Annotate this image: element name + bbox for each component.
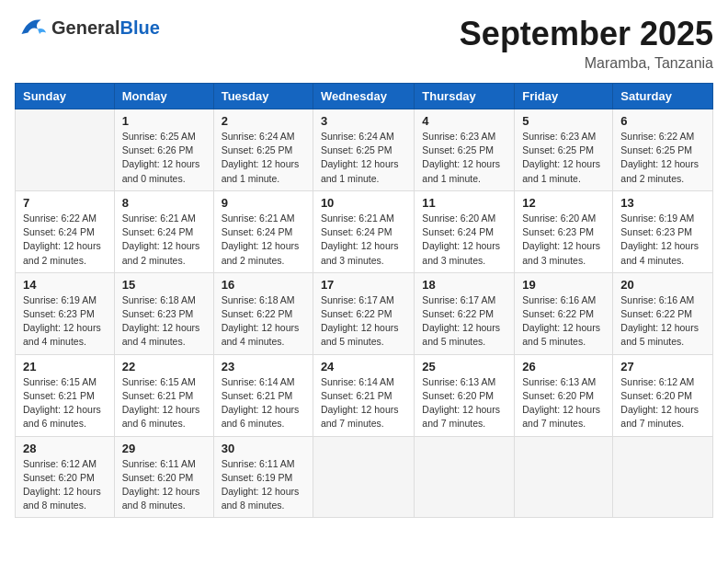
location: Maramba, Tanzania	[460, 55, 713, 72]
title-section: September 2025 Maramba, Tanzania	[460, 15, 713, 72]
logo-icon	[15, 15, 48, 40]
logo-text: GeneralBlue	[51, 17, 160, 38]
calendar-cell: 28 Sunrise: 6:12 AMSunset: 6:20 PMDaylig…	[16, 436, 115, 518]
calendar-table: SundayMondayTuesdayWednesdayThursdayFrid…	[15, 83, 713, 518]
day-detail: Sunrise: 6:11 AMSunset: 6:20 PMDaylight:…	[122, 457, 206, 513]
calendar-cell: 8 Sunrise: 6:21 AMSunset: 6:24 PMDayligh…	[114, 190, 213, 272]
day-number: 28	[23, 442, 107, 455]
day-detail: Sunrise: 6:25 AMSunset: 6:26 PMDaylight:…	[122, 130, 206, 186]
day-number: 21	[23, 360, 107, 373]
day-number: 20	[620, 278, 705, 292]
calendar-cell	[613, 436, 713, 518]
day-detail: Sunrise: 6:20 AMSunset: 6:23 PMDaylight:…	[522, 212, 605, 268]
calendar-week-5: 28 Sunrise: 6:12 AMSunset: 6:20 PMDaylig…	[16, 436, 713, 518]
day-detail: Sunrise: 6:19 AMSunset: 6:23 PMDaylight:…	[23, 293, 107, 350]
calendar-cell: 19 Sunrise: 6:16 AMSunset: 6:22 PMDaylig…	[515, 272, 613, 354]
day-number: 15	[122, 278, 206, 292]
day-number: 18	[422, 278, 506, 292]
calendar-week-3: 14 Sunrise: 6:19 AMSunset: 6:23 PMDaylig…	[16, 272, 713, 354]
calendar-week-2: 7 Sunrise: 6:22 AMSunset: 6:24 PMDayligh…	[16, 190, 713, 272]
day-detail: Sunrise: 6:13 AMSunset: 6:20 PMDaylight:…	[422, 375, 506, 431]
header-cell-friday: Friday	[515, 84, 613, 109]
calendar-cell: 30 Sunrise: 6:11 AMSunset: 6:19 PMDaylig…	[213, 436, 313, 518]
day-number: 27	[620, 360, 705, 373]
calendar-cell: 27 Sunrise: 6:12 AMSunset: 6:20 PMDaylig…	[613, 354, 713, 436]
calendar-cell: 13 Sunrise: 6:19 AMSunset: 6:23 PMDaylig…	[613, 190, 713, 272]
day-number: 14	[23, 278, 107, 292]
day-number: 4	[422, 114, 506, 128]
calendar-cell: 3 Sunrise: 6:24 AMSunset: 6:25 PMDayligh…	[313, 109, 414, 191]
header-cell-tuesday: Tuesday	[213, 84, 313, 109]
day-detail: Sunrise: 6:21 AMSunset: 6:24 PMDaylight:…	[122, 212, 206, 268]
calendar-cell	[16, 109, 115, 191]
day-number: 3	[321, 114, 406, 128]
calendar-cell: 15 Sunrise: 6:18 AMSunset: 6:23 PMDaylig…	[114, 272, 213, 354]
calendar-cell: 16 Sunrise: 6:18 AMSunset: 6:22 PMDaylig…	[213, 272, 313, 354]
day-number: 30	[222, 442, 305, 455]
day-number: 6	[620, 114, 705, 128]
day-number: 11	[422, 196, 506, 210]
calendar-cell: 26 Sunrise: 6:13 AMSunset: 6:20 PMDaylig…	[515, 354, 613, 436]
day-number: 24	[321, 360, 406, 373]
calendar-cell: 12 Sunrise: 6:20 AMSunset: 6:23 PMDaylig…	[515, 190, 613, 272]
day-number: 13	[620, 196, 705, 210]
day-number: 26	[522, 360, 605, 373]
month-title: September 2025	[460, 15, 713, 53]
day-number: 17	[321, 278, 406, 292]
calendar-week-4: 21 Sunrise: 6:15 AMSunset: 6:21 PMDaylig…	[16, 354, 713, 436]
day-detail: Sunrise: 6:22 AMSunset: 6:25 PMDaylight:…	[620, 130, 705, 186]
calendar-cell: 23 Sunrise: 6:14 AMSunset: 6:21 PMDaylig…	[213, 354, 313, 436]
day-number: 2	[222, 114, 305, 128]
day-detail: Sunrise: 6:14 AMSunset: 6:21 PMDaylight:…	[222, 375, 305, 431]
calendar-cell	[415, 436, 515, 518]
day-number: 19	[522, 278, 605, 292]
day-detail: Sunrise: 6:24 AMSunset: 6:25 PMDaylight:…	[222, 130, 305, 186]
logo: GeneralBlue	[15, 15, 160, 40]
day-detail: Sunrise: 6:15 AMSunset: 6:21 PMDaylight:…	[23, 375, 107, 431]
day-detail: Sunrise: 6:16 AMSunset: 6:22 PMDaylight:…	[522, 293, 605, 350]
day-number: 12	[522, 196, 605, 210]
calendar-cell: 18 Sunrise: 6:17 AMSunset: 6:22 PMDaylig…	[415, 272, 515, 354]
header-cell-wednesday: Wednesday	[313, 84, 414, 109]
calendar-cell: 9 Sunrise: 6:21 AMSunset: 6:24 PMDayligh…	[213, 190, 313, 272]
day-number: 23	[222, 360, 305, 373]
calendar-cell: 14 Sunrise: 6:19 AMSunset: 6:23 PMDaylig…	[16, 272, 115, 354]
header-cell-saturday: Saturday	[613, 84, 713, 109]
calendar-week-1: 1 Sunrise: 6:25 AMSunset: 6:26 PMDayligh…	[16, 109, 713, 191]
day-detail: Sunrise: 6:12 AMSunset: 6:20 PMDaylight:…	[23, 457, 107, 513]
day-detail: Sunrise: 6:17 AMSunset: 6:22 PMDaylight:…	[422, 293, 506, 350]
day-detail: Sunrise: 6:17 AMSunset: 6:22 PMDaylight:…	[321, 293, 406, 350]
day-detail: Sunrise: 6:11 AMSunset: 6:19 PMDaylight:…	[222, 457, 305, 513]
day-detail: Sunrise: 6:16 AMSunset: 6:22 PMDaylight:…	[620, 293, 705, 350]
day-detail: Sunrise: 6:23 AMSunset: 6:25 PMDaylight:…	[422, 130, 506, 186]
day-detail: Sunrise: 6:18 AMSunset: 6:23 PMDaylight:…	[122, 293, 206, 350]
calendar-cell: 20 Sunrise: 6:16 AMSunset: 6:22 PMDaylig…	[613, 272, 713, 354]
calendar-cell: 21 Sunrise: 6:15 AMSunset: 6:21 PMDaylig…	[16, 354, 115, 436]
day-detail: Sunrise: 6:22 AMSunset: 6:24 PMDaylight:…	[23, 212, 107, 268]
day-detail: Sunrise: 6:15 AMSunset: 6:21 PMDaylight:…	[122, 375, 206, 431]
day-number: 8	[122, 196, 206, 210]
calendar-cell: 7 Sunrise: 6:22 AMSunset: 6:24 PMDayligh…	[16, 190, 115, 272]
header-cell-thursday: Thursday	[415, 84, 515, 109]
day-number: 25	[422, 360, 506, 373]
calendar-cell: 2 Sunrise: 6:24 AMSunset: 6:25 PMDayligh…	[213, 109, 313, 191]
day-detail: Sunrise: 6:23 AMSunset: 6:25 PMDaylight:…	[522, 130, 605, 186]
calendar-cell: 29 Sunrise: 6:11 AMSunset: 6:20 PMDaylig…	[114, 436, 213, 518]
calendar-cell: 22 Sunrise: 6:15 AMSunset: 6:21 PMDaylig…	[114, 354, 213, 436]
day-detail: Sunrise: 6:20 AMSunset: 6:24 PMDaylight:…	[422, 212, 506, 268]
header-cell-sunday: Sunday	[16, 84, 115, 109]
day-detail: Sunrise: 6:24 AMSunset: 6:25 PMDaylight:…	[321, 130, 406, 186]
day-detail: Sunrise: 6:18 AMSunset: 6:22 PMDaylight:…	[222, 293, 305, 350]
calendar-cell: 24 Sunrise: 6:14 AMSunset: 6:21 PMDaylig…	[313, 354, 414, 436]
day-number: 9	[222, 196, 305, 210]
day-number: 29	[122, 442, 206, 455]
page-header: GeneralBlue September 2025 Maramba, Tanz…	[15, 15, 713, 72]
day-number: 1	[122, 114, 206, 128]
calendar-cell: 6 Sunrise: 6:22 AMSunset: 6:25 PMDayligh…	[613, 109, 713, 191]
header-row: SundayMondayTuesdayWednesdayThursdayFrid…	[16, 84, 713, 109]
day-number: 10	[321, 196, 406, 210]
day-number: 22	[122, 360, 206, 373]
calendar-cell: 11 Sunrise: 6:20 AMSunset: 6:24 PMDaylig…	[415, 190, 515, 272]
day-number: 16	[222, 278, 305, 292]
day-detail: Sunrise: 6:14 AMSunset: 6:21 PMDaylight:…	[321, 375, 406, 431]
